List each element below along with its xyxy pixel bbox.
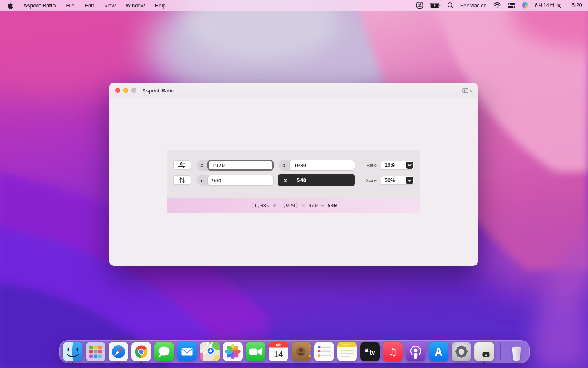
- dock-item-facetime[interactable]: [246, 342, 265, 361]
- dock-item-chrome[interactable]: [131, 342, 151, 361]
- messages-icon: [154, 342, 174, 361]
- swap-ab-button[interactable]: [173, 160, 191, 170]
- dock-item-messages[interactable]: [154, 342, 174, 361]
- menu-window[interactable]: Window: [126, 2, 145, 9]
- scale-label: Scale: [344, 178, 377, 183]
- launchpad-icon: [86, 342, 105, 361]
- minimize-button[interactable]: [123, 88, 128, 93]
- dock-item-aspect-ratio[interactable]: x: [474, 342, 494, 361]
- dock-item-trash[interactable]: [507, 342, 526, 361]
- calendar-icon: 6月 14: [269, 342, 288, 361]
- menu-view[interactable]: View: [104, 2, 116, 9]
- dock: 6月 14: [59, 340, 530, 363]
- ratio-value: 16:9: [381, 162, 406, 168]
- scale-select[interactable]: 50%: [381, 176, 414, 185]
- apple-logo-icon: [7, 2, 13, 9]
- app-store-icon: A: [429, 342, 448, 361]
- formula-bar: (1,080÷1,920)×960=540: [167, 198, 420, 213]
- mail-icon: [177, 342, 197, 361]
- result-field-x: x 540: [278, 174, 355, 186]
- window-titlebar[interactable]: Aspect Ratio: [109, 83, 478, 98]
- battery-icon[interactable]: [430, 3, 441, 8]
- dock-item-finder[interactable]: [63, 342, 82, 361]
- dock-item-notes[interactable]: [337, 342, 357, 361]
- close-button[interactable]: [115, 88, 120, 93]
- swap-vertical-icon: [178, 177, 186, 184]
- safari-icon: [109, 342, 128, 361]
- contacts-icon: [292, 342, 311, 361]
- field-c-label: c: [197, 177, 207, 184]
- formula-divisor: 1,920: [279, 202, 295, 209]
- zoom-button[interactable]: [131, 88, 136, 93]
- aspect-ratio-badge: x: [485, 352, 487, 357]
- ratio-select[interactable]: 16:9: [381, 161, 414, 170]
- dock-item-podcasts[interactable]: [406, 342, 425, 361]
- menu-file[interactable]: File: [66, 2, 74, 9]
- calendar-month-label: 6月: [276, 343, 281, 347]
- dock-item-contacts[interactable]: [292, 342, 311, 361]
- siri-icon[interactable]: [522, 2, 528, 9]
- swap-rows-button[interactable]: [173, 175, 191, 185]
- formula-open-paren: (: [250, 202, 254, 209]
- music-icon: ♫: [383, 342, 403, 361]
- field-b-label: b: [278, 162, 289, 168]
- menu-app-name[interactable]: Aspect Ratio: [23, 2, 56, 9]
- aspect-ratio-app-icon: x: [474, 342, 494, 361]
- result-x-value: 540: [297, 177, 306, 183]
- field-a-label: a: [197, 162, 207, 168]
- finder-icon: [63, 342, 82, 361]
- dock-divider: [500, 343, 501, 360]
- field-group-c: c: [197, 175, 274, 186]
- ratio-label: Ratio: [344, 163, 377, 168]
- trash-icon: [507, 342, 526, 361]
- wifi-icon[interactable]: [493, 2, 501, 8]
- formula-multiplicand: 960: [308, 202, 318, 209]
- chrome-icon: [131, 342, 151, 361]
- menubar-vpn-label[interactable]: SeeMac.cn: [460, 2, 487, 9]
- menu-bar: Aspect Ratio File Edit View Window Help: [0, 0, 588, 11]
- aspect-ratio-window: Aspect Ratio: [109, 83, 478, 266]
- field-c-input[interactable]: [207, 175, 274, 186]
- formula-divide-sign: ÷: [273, 202, 276, 209]
- dock-item-maps[interactable]: [200, 342, 220, 361]
- dock-item-app-store[interactable]: A: [429, 342, 448, 361]
- field-a-input[interactable]: [207, 160, 274, 171]
- calendar-day-label: 14: [274, 350, 283, 359]
- formula-result: 540: [327, 202, 337, 209]
- dock-item-tv[interactable]: tv: [360, 342, 380, 361]
- notes-icon: [337, 342, 357, 361]
- window-layout-button[interactable]: [462, 83, 473, 98]
- formula-close-paren: ): [295, 202, 298, 209]
- desktop: Aspect Ratio File Edit View Window Help: [0, 0, 588, 368]
- field-group-a: a: [197, 160, 274, 171]
- control-center-icon[interactable]: [508, 3, 515, 8]
- dock-item-calendar[interactable]: 6月 14: [269, 342, 288, 361]
- spotlight-search-icon[interactable]: [447, 2, 454, 9]
- dock-item-music[interactable]: ♫: [383, 342, 403, 361]
- tv-label: tv: [370, 349, 375, 356]
- formula-multiply-sign: ×: [302, 202, 305, 209]
- dock-item-system-preferences[interactable]: [452, 342, 471, 361]
- result-x-label: x: [284, 177, 287, 183]
- traffic-lights: [115, 88, 136, 93]
- chevron-down-icon: [470, 90, 473, 92]
- formula-equals-sign: =: [321, 202, 324, 209]
- apple-menu[interactable]: [7, 2, 13, 9]
- scale-value: 50%: [381, 177, 406, 183]
- dock-item-safari[interactable]: [109, 342, 128, 361]
- calculator-panel: a b c x 540 Ratio 16:9 Scal: [167, 150, 420, 198]
- aspect-ratio-menubar-icon[interactable]: [416, 2, 423, 9]
- menubar-datetime[interactable]: 6月14日 周三 15:20: [535, 2, 582, 9]
- system-preferences-icon: [452, 342, 471, 361]
- photos-icon: [223, 342, 243, 361]
- swap-horizontal-icon: [178, 162, 187, 168]
- dock-item-mail[interactable]: [177, 342, 197, 361]
- dock-item-launchpad[interactable]: [86, 342, 105, 361]
- menu-edit[interactable]: Edit: [85, 2, 94, 9]
- dock-item-photos[interactable]: [223, 342, 243, 361]
- dock-item-reminders[interactable]: [314, 342, 334, 361]
- music-note-glyph: ♫: [388, 346, 397, 358]
- formula-dividend: 1,080: [254, 202, 270, 209]
- menu-help[interactable]: Help: [155, 2, 166, 9]
- facetime-icon: [246, 342, 265, 361]
